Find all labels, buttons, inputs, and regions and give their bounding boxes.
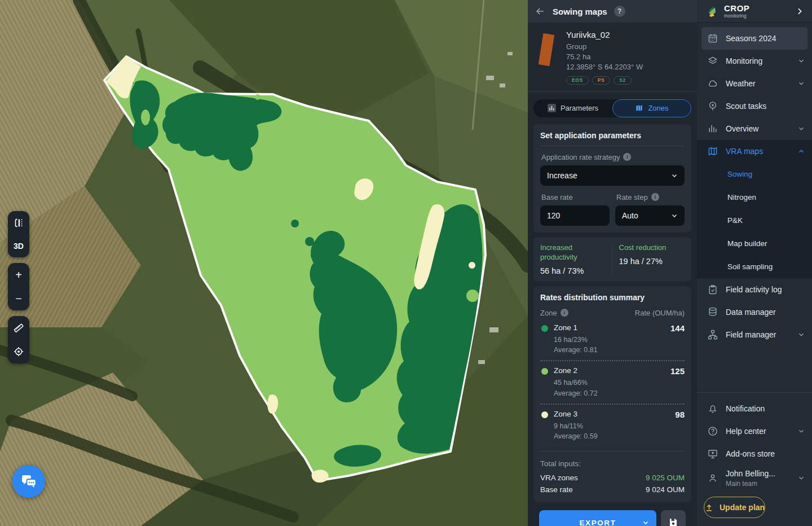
split-view-button[interactable] [8,211,29,234]
badge-s2[interactable]: S2 [614,76,632,85]
chevron-up-icon [797,147,805,155]
tab-parameters-label: Parameters [561,104,598,112]
sidebar-item-field-activity-log[interactable]: Field activity log [697,278,812,301]
locate-icon [12,345,25,358]
badge-ps[interactable]: PS [592,76,611,85]
sidebar-subitem-soil-sampling[interactable]: Soil sampling [697,255,812,278]
main-sidebar: CROP monitoring Seasons 2024 Monitoring … [697,0,812,526]
panel-content: Set application parameters Application r… [528,120,697,526]
info-icon[interactable]: i [651,193,659,201]
satellite-imagery [0,0,528,526]
sidebar-item-user-account[interactable]: John Belling... Main team [697,465,812,491]
chevron-down-icon [797,331,805,339]
back-button[interactable] [535,6,546,17]
base-rate-input[interactable] [540,205,610,226]
sidebar-item-weather[interactable]: Weather [697,72,812,95]
sidebar-item-vra-maps[interactable]: VRA maps [697,140,812,163]
zones-map-icon [635,104,643,112]
zone-average: Average: 0.59 [554,431,675,442]
badge-eos[interactable]: EOS [566,76,589,85]
strategy-value: Increase [547,171,577,180]
app-logo-row: CROP monitoring [697,0,812,23]
sidebar-item-label: Scout tasks [726,102,766,111]
sidebar-item-label: Field activity log [726,285,782,294]
layers-icon [707,55,718,67]
sidebar-item-help-center[interactable]: Help center [697,420,812,442]
support-chat-button[interactable] [12,465,45,498]
help-circle-icon [707,426,718,437]
view-3d-label: 3D [14,242,24,251]
zone-name: Zone 2 [554,366,670,375]
sidebar-item-overview[interactable]: Overview [697,117,812,140]
rates-title: Rates distribution summary [540,293,685,302]
tab-parameters[interactable]: Parameters [533,99,612,117]
sidebar-item-data-manager[interactable]: Data manager [697,301,812,323]
chevron-down-icon [671,212,678,219]
user-name: John Belling... [726,469,775,478]
info-icon[interactable]: i [561,309,568,317]
chevron-down-icon [797,57,805,65]
sidebar-item-seasons[interactable]: Seasons 2024 [701,27,807,50]
vra-maps-section: VRA maps Sowing Nitrogen P&K Map builder… [697,140,812,278]
base-rate-label: Base rate [540,485,573,494]
sidebar-item-addons-store[interactable]: Add-ons store [697,442,812,465]
locate-button[interactable] [8,340,29,363]
zone-area: 9 ha/11% [554,421,675,432]
tab-zones[interactable]: Zones [612,99,691,117]
field-area: 75.2 ha [566,52,643,62]
save-button[interactable] [661,510,686,526]
total-inputs-label: Total inputs: [540,459,685,468]
rates-table-header: Zone i Rate (OUM/ha) [540,309,685,317]
chevron-down-icon [797,80,805,87]
panel-tabs: Parameters Zones [533,99,691,117]
sidebar-item-notification[interactable]: Notification [697,397,812,420]
sidebar-item-label: Monitoring [726,56,762,65]
zoom-in-button[interactable]: + [8,263,29,287]
zoom-out-icon: − [15,292,22,305]
logo-title: CROP [724,4,749,12]
panel-header: Sowing maps ? [528,0,697,23]
sidebar-item-scout-tasks[interactable]: Scout tasks [697,95,812,117]
zone-name: Zone 3 [554,410,675,418]
sidebar-subitem-sowing[interactable]: Sowing [697,163,812,186]
sidebar-subitem-pk[interactable]: P&K [697,209,812,232]
sidebar-subitem-map-builder[interactable]: Map builder [697,232,812,255]
view-3d-button[interactable]: 3D [8,234,29,257]
chat-bubbles-icon [19,472,38,491]
export-label: EXPORT [579,519,616,526]
info-icon[interactable]: i [623,153,631,161]
field-thumbnail[interactable] [536,30,558,74]
sidebar-collapse-button[interactable] [795,7,804,16]
ruler-icon [12,322,25,334]
sidebar-item-label: Add-ons store [726,449,775,458]
monitor-star-icon [707,448,718,459]
zone-average: Average: 0.72 [554,388,670,399]
export-button[interactable]: EXPORT [539,510,656,526]
field-info: Yuriivka_02 Group 75.2 ha 12.3858° S 64.… [528,23,697,92]
zone-row: Zone 1 16 ha/23% Average: 0.81 144 [540,318,685,361]
sidebar-item-field-manager[interactable]: Field manager [697,323,812,346]
zone-rate: 125 [670,366,685,399]
update-plan-label: Update plan [720,503,765,512]
sidebar-item-label: Overview [726,124,758,133]
rate-step-select[interactable]: Auto [615,205,685,226]
zone-row: Zone 2 45 ha/66% Average: 0.72 125 [540,361,685,404]
split-view-icon [12,217,25,229]
vra-zones-label: VRA zones [540,474,578,482]
zone-area: 45 ha/66% [554,378,670,388]
zoom-out-button[interactable]: − [8,287,29,310]
ruler-button[interactable] [8,316,29,340]
chevron-down-icon [797,427,805,435]
stat-title: Cost reduction [619,243,685,253]
sidebar-subitem-nitrogen[interactable]: Nitrogen [697,186,812,209]
zone3-color-dot [541,411,548,418]
update-plan-button[interactable]: Update plan [704,497,765,518]
panel-actions: EXPORT [533,502,691,526]
satellite-map[interactable]: 3D + − [0,0,528,526]
stat-value: 19 ha / 27% [619,257,685,266]
strategy-select[interactable]: Increase [540,165,685,186]
sidebar-item-label: Field manager [726,330,776,339]
rate-step-value: Auto [622,211,638,220]
sidebar-item-monitoring[interactable]: Monitoring [697,50,812,72]
help-icon[interactable]: ? [614,6,625,17]
